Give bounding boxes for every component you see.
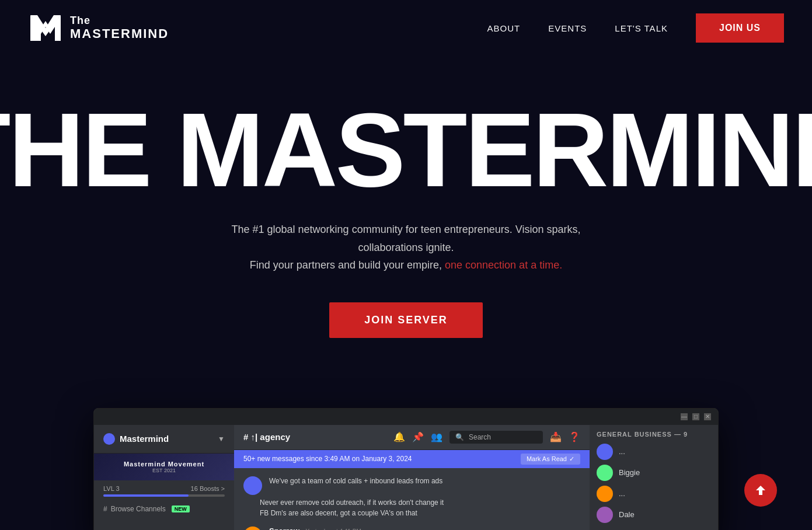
member-row: ... [590,483,718,504]
nav-join-button[interactable]: JOIN US [696,13,784,43]
channel-name: # ↑| agency [243,432,290,442]
member-row: Biggie [590,462,718,483]
nav-lets-talk[interactable]: LET'S TALK [615,23,668,33]
titlebar-close[interactable]: ✕ [704,413,711,420]
member-name: ... [619,447,625,456]
chat-message: We've got a team of cold calls + inbound… [234,473,590,497]
channel-icons: 🔔 📌 👥 🔍 Search 📥 ❓ [393,431,580,444]
hero-subtitle: The #1 global networking community for t… [208,221,605,274]
message-indent-2: FB Dm's are also decent, got a couple VA… [234,508,590,518]
discord-body: Mastermind ▼ Mastermind Movement EST 202… [94,425,718,530]
boost-bar-container [103,494,225,497]
mark-read-label: Mark As Read [527,455,567,462]
server-boosts: 16 Boosts > [191,485,225,492]
message-author: Sparrow [269,526,299,530]
pin-icon[interactable]: 📌 [412,431,424,442]
hash-icon: # [103,505,107,513]
nav-links: ABOUT EVENTS LET'S TALK JOIN US [487,13,784,43]
browse-channels-row[interactable]: # Browse Channels NEW [94,501,234,517]
chat-message-sparrow: Sparrow Yesterday at 4:41 PM ↩ @Sam We'v… [234,523,590,530]
discord-main: # ↑| agency 🔔 📌 👥 🔍 Search 📥 ❓ [234,425,590,530]
server-level-row: LVL 3 16 Boosts > [94,480,234,494]
hero-subtitle-line1: The #1 global networking community for t… [232,224,581,253]
avatar [243,476,262,495]
member-section-header: GENERAL BUSINESS — 9 [590,425,718,441]
server-banner-title: Mastermind Movement [103,461,225,468]
avatar [243,526,262,530]
members-icon[interactable]: 👥 [431,431,442,442]
discord-members: GENERAL BUSINESS — 9 ... Biggie ... Dale [590,425,718,530]
message-indent: Never ever remove cold outreach, if it w… [234,497,590,508]
avatar [597,507,613,523]
avatar [597,486,613,502]
mark-as-read-button[interactable]: Mark As Read ✓ [521,454,580,465]
member-row: Dale [590,504,718,525]
server-name: Mastermind [120,434,169,444]
server-icon [103,433,115,445]
discord-preview: — □ ✕ Mastermind ▼ Mastermind Movement E… [0,408,812,530]
titlebar-minimize[interactable]: — [681,413,688,420]
channel-header: # ↑| agency 🔔 📌 👥 🔍 Search 📥 ❓ [234,425,590,450]
member-name: Dale [619,510,635,519]
inbox-icon[interactable]: 📥 [550,431,562,442]
chat-area: 50+ new messages since 3:49 AM on Januar… [234,450,590,530]
browse-channels-label: Browse Channels [111,505,166,513]
nav-events[interactable]: EVENTS [548,23,587,33]
member-name: Biggie [619,468,640,477]
hero-title: THE MASTERMIND [0,103,812,197]
logo-the: The [70,15,169,27]
bell-icon[interactable]: 🔔 [393,431,405,442]
logo[interactable]: The MASTERMIND [28,11,169,46]
server-chevron-icon: ▼ [218,435,225,443]
server-header[interactable]: Mastermind ▼ [94,425,234,454]
hero-section: THE MASTERMIND The #1 global networking … [0,56,812,373]
discord-search[interactable]: 🔍 Search [449,431,543,444]
arrow-up-icon [754,483,768,497]
new-messages-banner: 50+ new messages since 3:49 AM on Januar… [234,450,590,468]
logo-icon [28,11,63,46]
server-level: LVL 3 [103,485,120,492]
nav-about[interactable]: ABOUT [487,23,521,33]
logo-mastermind-text: MASTERMIND [70,27,169,41]
navbar: The MASTERMIND ABOUT EVENTS LET'S TALK J… [0,0,812,56]
discord-sidebar: Mastermind ▼ Mastermind Movement EST 202… [94,425,234,530]
server-banner-subtitle: EST 2021 [103,468,225,473]
hero-accent-text: one connection at a time. [445,259,562,271]
scroll-to-top-button[interactable] [744,474,777,507]
hero-subtitle-line2: Find your partners and build your empire… [250,259,442,271]
avatar [597,444,613,460]
member-name: ... [619,489,625,498]
mark-read-icon: ✓ [569,455,574,463]
discord-titlebar: — □ ✕ [94,409,718,425]
discord-window: — □ ✕ Mastermind ▼ Mastermind Movement E… [93,408,719,530]
search-label: Search [469,433,491,441]
message-content-sparrow: Sparrow Yesterday at 4:41 PM ↩ @Sam We'v… [269,525,580,530]
message-text: We've got a team of cold calls + inbound… [269,477,442,485]
member-row: ... [590,441,718,462]
new-badge: NEW [172,505,190,512]
help-icon[interactable]: ❓ [569,431,580,442]
boost-bar-fill [103,494,189,497]
titlebar-maximize[interactable]: □ [692,413,699,420]
server-banner: Mastermind Movement EST 2021 [94,454,234,480]
new-messages-text: 50+ new messages since 3:49 AM on Januar… [243,455,412,463]
join-server-button[interactable]: JOIN SERVER [329,302,483,338]
message-content: We've got a team of cold calls + inbound… [269,475,580,486]
avatar [597,465,613,481]
logo-text: The MASTERMIND [70,15,169,41]
search-icon: 🔍 [455,433,464,441]
